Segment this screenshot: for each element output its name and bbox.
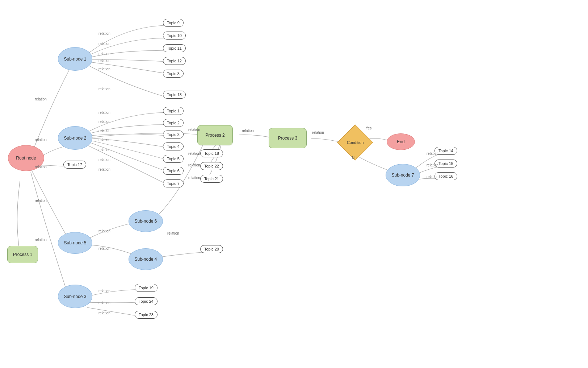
sub-node-2-label: Sub-node 2 bbox=[64, 136, 86, 141]
diagram: Root node Sub-node 1 Sub-node 2 Sub-node… bbox=[0, 0, 588, 368]
topic-9[interactable]: Topic 9 bbox=[163, 19, 184, 27]
topic-15-label: Topic 15 bbox=[438, 161, 453, 166]
edge-label-sub2-t2: relation bbox=[98, 120, 110, 124]
process-2-label: Process 2 bbox=[205, 133, 224, 138]
edge-label-proc3-cond: relation bbox=[312, 131, 324, 135]
edge-label-sub5-sub4: relation bbox=[98, 247, 110, 251]
topic-18[interactable]: Topic 18 bbox=[200, 149, 223, 157]
topic-2[interactable]: Topic 2 bbox=[163, 119, 184, 127]
topic-24-label: Topic 24 bbox=[139, 299, 154, 303]
topic-5-label: Topic 5 bbox=[167, 157, 180, 161]
topic-6[interactable]: Topic 6 bbox=[163, 167, 184, 175]
process-2[interactable]: Process 2 bbox=[197, 125, 233, 145]
topic-13-label: Topic 13 bbox=[167, 92, 182, 97]
sub-node-1-label: Sub-node 1 bbox=[64, 57, 86, 62]
sub-node-3[interactable]: Sub-node 3 bbox=[58, 285, 92, 308]
sub-node-1[interactable]: Sub-node 1 bbox=[58, 47, 92, 71]
edge-label-sub2-t6: relation bbox=[98, 158, 110, 162]
topic-22-label: Topic 22 bbox=[204, 164, 219, 168]
sub-node-2[interactable]: Sub-node 2 bbox=[58, 126, 92, 150]
topic-10-label: Topic 10 bbox=[167, 33, 182, 38]
topic-17[interactable]: Topic 17 bbox=[63, 161, 86, 169]
topic-23-label: Topic 23 bbox=[139, 313, 154, 317]
edge-label-sub3-t23: relation bbox=[98, 311, 110, 315]
edge-label-root-sub2: relation bbox=[35, 138, 47, 142]
end-node[interactable]: End bbox=[387, 133, 415, 150]
topic-13[interactable]: Topic 13 bbox=[163, 91, 186, 99]
topic-16[interactable]: Topic 16 bbox=[434, 172, 457, 180]
topic-5[interactable]: Topic 5 bbox=[163, 155, 184, 163]
edge-label-sub2-t1: relation bbox=[98, 111, 110, 115]
topic-7[interactable]: Topic 7 bbox=[163, 179, 184, 187]
topic-19[interactable]: Topic 19 bbox=[135, 284, 158, 292]
edge-label-sub1-t9: relation bbox=[98, 32, 110, 36]
topic-21-label: Topic 21 bbox=[204, 177, 219, 181]
topic-18-label: Topic 18 bbox=[204, 151, 219, 156]
topic-2-label: Topic 2 bbox=[167, 121, 180, 125]
edge-label-sub2-t3: relation bbox=[98, 129, 110, 133]
topic-17-label: Topic 17 bbox=[67, 162, 82, 167]
topic-11-label: Topic 11 bbox=[167, 46, 182, 50]
edge-label-proc2-proc3: relation bbox=[242, 129, 254, 133]
sub-node-6[interactable]: Sub-node 6 bbox=[129, 210, 163, 232]
edge-label-sub3-t24: relation bbox=[98, 301, 110, 305]
topic-6-label: Topic 6 bbox=[167, 169, 180, 173]
sub-node-4[interactable]: Sub-node 4 bbox=[129, 248, 163, 270]
topic-8[interactable]: Topic 8 bbox=[163, 70, 184, 78]
process-3-label: Process 3 bbox=[278, 136, 297, 141]
root-node-label: Root node bbox=[16, 156, 36, 161]
topic-1[interactable]: Topic 1 bbox=[163, 107, 184, 115]
process-3[interactable]: Process 3 bbox=[269, 128, 307, 148]
edge-label-proc2-t21: relation bbox=[188, 176, 200, 180]
topic-15[interactable]: Topic 15 bbox=[434, 160, 457, 168]
sub-node-6-label: Sub-node 6 bbox=[134, 219, 157, 224]
topic-1-label: Topic 1 bbox=[167, 109, 180, 113]
edge-label-sub3-t19: relation bbox=[98, 289, 110, 293]
edge-label-root-sub3: relation bbox=[35, 238, 47, 242]
topic-3[interactable]: Topic 3 bbox=[163, 131, 184, 138]
topic-19-label: Topic 19 bbox=[139, 286, 154, 290]
topic-24[interactable]: Topic 24 bbox=[135, 297, 158, 305]
topic-10[interactable]: Topic 10 bbox=[163, 32, 186, 40]
sub-node-3-label: Sub-node 3 bbox=[64, 294, 86, 299]
topic-14[interactable]: Topic 14 bbox=[434, 147, 457, 155]
edge-label-sub1-t13: relation bbox=[98, 87, 110, 91]
sub-node-4-label: Sub-node 4 bbox=[134, 257, 157, 262]
topic-20[interactable]: Topic 20 bbox=[200, 245, 223, 253]
topic-22[interactable]: Topic 22 bbox=[200, 162, 223, 170]
topic-4[interactable]: Topic 4 bbox=[163, 142, 184, 150]
topic-14-label: Topic 14 bbox=[438, 149, 453, 153]
condition-label: Condition bbox=[347, 140, 364, 145]
edge-label-sub1-t12: relation bbox=[98, 59, 110, 63]
edge-label-root-sub5: relation bbox=[35, 199, 47, 203]
topic-3-label: Topic 3 bbox=[167, 132, 180, 137]
process-1[interactable]: Process 1 bbox=[7, 246, 38, 263]
edge-label-sub5-sub6: relation bbox=[98, 229, 110, 233]
topic-20-label: Topic 20 bbox=[204, 247, 219, 251]
edge-label-root-sub1: relation bbox=[35, 97, 47, 101]
topic-12-label: Topic 12 bbox=[167, 59, 182, 63]
topic-23[interactable]: Topic 23 bbox=[135, 311, 158, 319]
edge-label-sub1-t8: relation bbox=[98, 67, 110, 71]
edge-label-proc2-t18: relation bbox=[188, 152, 200, 156]
edge-label-sub2-t7: relation bbox=[98, 168, 110, 171]
sub-node-5[interactable]: Sub-node 5 bbox=[58, 232, 92, 254]
edge-label-sub2-t5: relation bbox=[98, 148, 110, 152]
topic-8-label: Topic 8 bbox=[167, 71, 180, 76]
sub-node-5-label: Sub-node 5 bbox=[64, 240, 86, 245]
condition-node[interactable]: Condition bbox=[337, 125, 373, 161]
sub-node-7-label: Sub-node 7 bbox=[391, 173, 414, 178]
sub-node-7[interactable]: Sub-node 7 bbox=[386, 164, 420, 186]
topic-9-label: Topic 9 bbox=[167, 21, 180, 25]
topic-16-label: Topic 16 bbox=[438, 174, 453, 178]
root-node[interactable]: Root node bbox=[8, 145, 44, 171]
edge-label-sub2-t4: relation bbox=[98, 138, 110, 142]
edge-label-sub1-t10: relation bbox=[98, 42, 110, 46]
edge-label-proc2-t22: relation bbox=[188, 163, 200, 167]
topic-12[interactable]: Topic 12 bbox=[163, 57, 186, 65]
topic-21[interactable]: Topic 21 bbox=[200, 175, 223, 183]
edge-label-cond-yes: Yes bbox=[366, 126, 371, 130]
topic-11[interactable]: Topic 11 bbox=[163, 44, 186, 52]
topic-7-label: Topic 7 bbox=[167, 181, 180, 186]
edge-label-sub4-t20: relation bbox=[167, 231, 179, 235]
